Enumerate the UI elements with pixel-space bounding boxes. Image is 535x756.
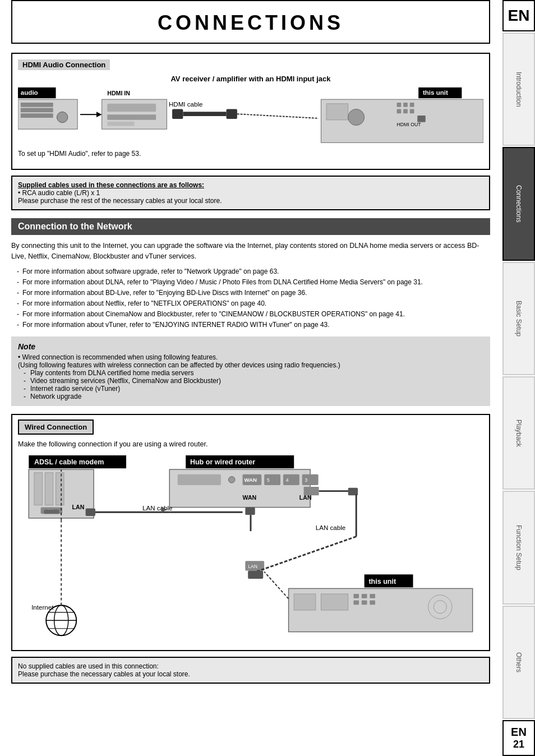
bottom-note-title: No supplied cables are used in this conn… [18, 662, 159, 670]
av-receiver-label: AV receiver / amplifier with an HDMI inp… [18, 75, 483, 83]
svg-text:3: 3 [305, 478, 308, 483]
network-bullet-5: For more information about CinemaNow and… [17, 309, 490, 320]
network-intro: By connecting this unit to the Internet,… [11, 241, 490, 262]
tab-others[interactable]: Others [502, 606, 535, 719]
svg-text:audio: audio [21, 89, 38, 96]
svg-rect-36 [45, 473, 53, 505]
sidebar-tabs: EN Introduction Connections Basic Setup … [502, 0, 535, 756]
note-title: Note [18, 342, 483, 351]
svg-rect-13 [107, 122, 134, 126]
hdmi-section-title: HDMI Audio Connection [18, 59, 110, 70]
svg-rect-76 [321, 594, 348, 610]
network-bullet-3: For more information about BD-Live, refe… [17, 288, 490, 298]
svg-rect-80 [362, 594, 367, 598]
tab-basic-setup[interactable]: Basic Setup [502, 262, 535, 375]
svg-rect-21 [326, 104, 348, 120]
svg-text:LAN cable: LAN cable [142, 505, 172, 512]
svg-text:LAN: LAN [72, 504, 85, 511]
svg-rect-60 [86, 509, 95, 517]
svg-rect-3 [21, 103, 53, 107]
wired-intro: Make the following connection if you are… [18, 439, 483, 450]
tab-introduction[interactable]: Introduction [502, 33, 535, 146]
network-bullet-1: For more information about software upgr… [17, 266, 490, 277]
en-label-top: EN [502, 0, 535, 31]
bottom-cables-note: No supplied cables are used in this conn… [11, 657, 490, 684]
svg-rect-82 [353, 601, 359, 605]
svg-point-6 [57, 112, 67, 122]
svg-rect-5 [21, 113, 53, 118]
svg-point-46 [228, 477, 235, 483]
svg-marker-8 [96, 112, 102, 117]
svg-rect-15 [172, 109, 183, 119]
svg-rect-57 [304, 487, 319, 495]
supplied-cables-line1: • RCA audio cable (L/R) x 1 [18, 189, 483, 197]
svg-text:HDMI IN: HDMI IN [107, 90, 130, 96]
svg-rect-45 [178, 474, 221, 485]
svg-rect-40 [44, 510, 59, 514]
network-svg: ADSL / cable modem LAN LAN Hub or wired … [18, 455, 483, 640]
main-content: CONNECTIONS HDMI Audio Connection AV rec… [0, 0, 501, 695]
svg-point-22 [348, 109, 365, 126]
tab-connections[interactable]: Connections [502, 147, 535, 260]
svg-text:LAN: LAN [248, 564, 257, 569]
svg-rect-83 [362, 601, 367, 605]
svg-rect-26 [397, 109, 402, 114]
svg-rect-28 [410, 109, 414, 114]
svg-rect-23 [397, 103, 402, 107]
svg-text:HDMI cable: HDMI cable [169, 101, 202, 108]
wired-section-title: Wired Connection [18, 420, 94, 435]
svg-text:WAN: WAN [244, 477, 257, 483]
svg-line-73 [256, 537, 357, 572]
network-bullet-4: For more information about Netflix, refe… [17, 298, 490, 309]
svg-rect-24 [403, 103, 408, 107]
note-parenthetical: (Using following features with wireless … [18, 361, 483, 369]
page-title: CONNECTIONS [12, 11, 489, 35]
network-section-title: Connection to the Network [11, 218, 490, 235]
supplied-cables-line2: Please purchase the rest of the necessar… [18, 197, 483, 205]
svg-rect-61 [245, 508, 255, 515]
network-bullet-2: For more information about DLNA, refer t… [17, 277, 490, 288]
svg-text:this unit: this unit [368, 578, 396, 586]
svg-text:HDMI OUT: HDMI OUT [397, 122, 422, 127]
svg-rect-35 [34, 473, 42, 505]
en-label-bottom: EN [504, 726, 534, 739]
note-item-1: Play contents from DLNA certified home m… [24, 369, 483, 377]
svg-rect-84 [370, 601, 375, 605]
svg-rect-66 [348, 488, 358, 496]
svg-rect-27 [403, 109, 408, 114]
network-bullet-6: For more information about vTuner, refer… [17, 320, 490, 330]
svg-text:LAN cable: LAN cable [316, 524, 345, 531]
hdmi-diagram: audio HDMI IN HDMI cable [18, 86, 483, 148]
svg-text:ADSL / cable modem: ADSL / cable modem [34, 459, 104, 467]
svg-rect-25 [410, 103, 414, 107]
svg-rect-75 [294, 594, 316, 610]
svg-rect-11 [107, 104, 156, 112]
page-number-area: EN 21 [502, 720, 535, 756]
svg-text:Hub or wired router: Hub or wired router [190, 459, 255, 467]
svg-line-31 [237, 114, 319, 118]
svg-text:WAN: WAN [243, 494, 257, 501]
svg-text:5: 5 [267, 478, 270, 483]
svg-rect-17 [227, 109, 237, 119]
network-bullets: For more information about software upgr… [11, 266, 490, 331]
svg-rect-4 [21, 108, 53, 113]
svg-text:this unit: this unit [423, 89, 448, 96]
bottom-note-text: Please purchase the necessary cables at … [18, 670, 483, 678]
tab-playback[interactable]: Playback [502, 376, 535, 490]
svg-rect-70 [289, 589, 473, 632]
svg-rect-30 [417, 116, 425, 122]
svg-rect-81 [370, 594, 375, 598]
page-number: 21 [504, 739, 534, 750]
note-item-4: Network upgrade [24, 393, 483, 400]
supplied-cables-note: Supplied cables used in these connection… [11, 176, 490, 210]
svg-rect-37 [56, 473, 64, 505]
svg-rect-74 [248, 571, 263, 579]
svg-text:4: 4 [286, 478, 289, 483]
tab-function-setup[interactable]: Function Setup [502, 491, 535, 604]
setup-note: To set up "HDMI Audio", refer to page 53… [18, 150, 483, 158]
note-items: Play contents from DLNA certified home m… [18, 369, 483, 400]
note-box: Note • Wired connection is recommended w… [11, 336, 490, 406]
note-item-3: Internet radio service (vTuner) [24, 385, 483, 393]
svg-rect-79 [353, 594, 359, 598]
svg-line-93 [264, 572, 288, 599]
